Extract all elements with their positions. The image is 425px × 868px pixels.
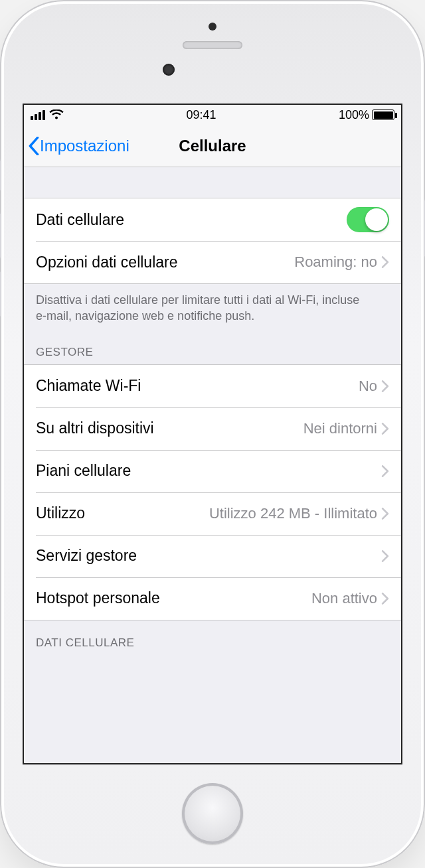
section-header-cellular-data: DATI CELLULARE xyxy=(24,620,401,655)
personal-hotspot-label: Hotspot personale xyxy=(36,589,311,607)
page-title: Cellulare xyxy=(179,137,246,155)
chevron-left-icon xyxy=(28,137,40,155)
home-button[interactable] xyxy=(182,783,243,844)
cellular-options-label: Opzioni dati cellulare xyxy=(36,253,294,271)
volume-up-button xyxy=(0,212,1,259)
navigation-bar: Impostazioni Cellulare xyxy=(24,125,401,167)
row-wifi-calling[interactable]: Chiamate Wi-Fi No xyxy=(24,365,401,407)
section-carrier: Chiamate Wi-Fi No Su altri dispositivi N… xyxy=(24,364,401,620)
battery-icon xyxy=(372,109,394,120)
usage-value: Utilizzo 242 MB - Illimitato xyxy=(209,505,381,522)
cellular-footer-note: Disattiva i dati cellulare per limitare … xyxy=(24,284,401,330)
cellular-options-value: Roaming: no xyxy=(294,253,381,271)
mute-switch xyxy=(0,159,1,191)
status-bar: 09:41 100% xyxy=(24,105,401,125)
usage-label: Utilizzo xyxy=(36,504,209,522)
proximity-sensor xyxy=(209,23,216,31)
battery-percent: 100% xyxy=(339,108,369,122)
cellular-data-toggle[interactable] xyxy=(347,207,389,232)
chevron-right-icon xyxy=(381,380,389,392)
row-usage[interactable]: Utilizzo Utilizzo 242 MB - Illimitato xyxy=(24,492,401,535)
screen: 09:41 100% Impostazioni Cellulare Dati c… xyxy=(23,104,402,764)
battery-indicator: 100% xyxy=(339,108,394,122)
back-label: Impostazioni xyxy=(40,137,129,155)
chevron-right-icon xyxy=(381,465,389,477)
cellular-data-label: Dati cellulare xyxy=(36,211,347,229)
volume-down-button xyxy=(0,271,1,317)
other-devices-label: Su altri dispositivi xyxy=(36,419,303,437)
back-button[interactable]: Impostazioni xyxy=(28,125,129,167)
cellular-plans-label: Piani cellulare xyxy=(36,462,381,480)
iphone-device-frame: 09:41 100% Impostazioni Cellulare Dati c… xyxy=(0,0,425,868)
front-camera xyxy=(163,64,175,76)
status-time: 09:41 xyxy=(186,108,216,122)
chevron-right-icon xyxy=(381,256,389,268)
row-other-devices[interactable]: Su altri dispositivi Nei dintorni xyxy=(24,407,401,450)
chevron-right-icon xyxy=(381,508,389,520)
row-carrier-services[interactable]: Servizi gestore xyxy=(24,535,401,577)
wifi-calling-label: Chiamate Wi-Fi xyxy=(36,377,359,395)
earpiece-speaker xyxy=(183,41,242,49)
row-cellular-data[interactable]: Dati cellulare xyxy=(24,198,401,241)
chevron-right-icon xyxy=(381,550,389,562)
wifi-icon xyxy=(49,109,64,120)
wifi-calling-value: No xyxy=(359,378,381,395)
chevron-right-icon xyxy=(381,593,389,605)
carrier-services-label: Servizi gestore xyxy=(36,547,381,565)
other-devices-value: Nei dintorni xyxy=(303,420,381,437)
row-cellular-options[interactable]: Opzioni dati cellulare Roaming: no xyxy=(24,241,401,283)
row-cellular-plans[interactable]: Piani cellulare xyxy=(24,450,401,492)
section-header-carrier: GESTORE xyxy=(24,330,401,364)
personal-hotspot-value: Non attivo xyxy=(311,590,381,607)
content-area: Dati cellulare Opzioni dati cellulare Ro… xyxy=(24,167,401,763)
chevron-right-icon xyxy=(381,423,389,435)
cellular-signal-icon xyxy=(31,110,45,120)
row-personal-hotspot[interactable]: Hotspot personale Non attivo xyxy=(24,577,401,620)
section-cellular-main: Dati cellulare Opzioni dati cellulare Ro… xyxy=(24,198,401,284)
